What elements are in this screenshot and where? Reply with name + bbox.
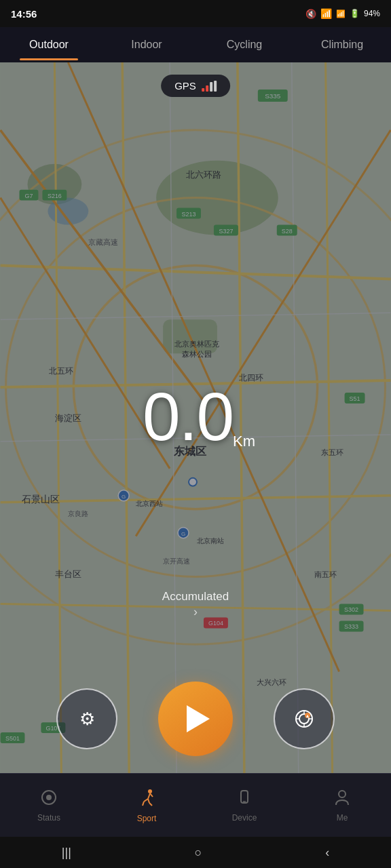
android-nav-bar: ||| ○ ‹ <box>0 837 391 868</box>
distance-container: 0.0 Km <box>143 382 248 450</box>
nav-label-me: Me <box>337 813 348 823</box>
gps-bar-1 <box>202 88 204 92</box>
nav-label-device: Device <box>232 813 257 823</box>
svg-point-89 <box>339 791 346 797</box>
play-icon <box>187 705 210 732</box>
status-bar: 14:56 🔇 📶 📶 🔋 94% <box>0 0 391 27</box>
svg-line-81 <box>148 793 150 799</box>
tab-cycling[interactable]: Cycling <box>196 29 293 60</box>
accumulated-container[interactable]: Accumulated › <box>162 590 229 619</box>
me-nav-icon <box>333 789 351 810</box>
settings-button[interactable]: ⚙ <box>56 688 117 749</box>
svg-line-85 <box>143 802 144 806</box>
nav-item-device[interactable]: Device <box>196 783 293 828</box>
svg-line-84 <box>150 793 153 797</box>
mute-icon: 🔇 <box>305 9 316 19</box>
svg-line-83 <box>148 799 149 803</box>
signal-icon: 📶 <box>336 9 346 18</box>
target-button[interactable]: ▲ <box>274 688 335 749</box>
sport-nav-icon <box>137 788 156 811</box>
android-back-button[interactable]: ‹ <box>325 846 329 860</box>
nav-label-sport: Sport <box>137 814 157 823</box>
accumulated-chevron: › <box>162 605 229 619</box>
battery-pct: 94% <box>364 9 380 18</box>
svg-line-86 <box>149 803 152 806</box>
battery-icon: 🔋 <box>350 9 360 18</box>
distance-row: 0.0 Km <box>143 382 248 450</box>
gear-icon: ⚙ <box>79 709 95 730</box>
wifi-icon: 📶 <box>320 8 332 19</box>
nav-item-me[interactable]: Me <box>293 783 391 828</box>
status-nav-icon <box>40 789 58 810</box>
status-time: 14:56 <box>11 8 37 20</box>
gps-bar-4 <box>214 81 217 92</box>
gps-badge: GPS <box>161 75 230 97</box>
gps-bar-3 <box>210 82 212 92</box>
distance-value: 0.0 <box>143 382 233 450</box>
gps-label: GPS <box>174 80 196 92</box>
nav-item-sport[interactable]: Sport <box>98 783 196 829</box>
svg-line-82 <box>144 799 148 802</box>
gps-signal-bars <box>202 81 217 92</box>
nav-label-status: Status <box>37 813 60 823</box>
accumulated-label: Accumulated <box>162 590 229 604</box>
svg-point-80 <box>148 789 152 793</box>
android-home-button[interactable]: ○ <box>195 846 202 860</box>
tab-climbing[interactable]: Climbing <box>293 29 391 60</box>
android-menu-button[interactable]: ||| <box>62 846 71 860</box>
tab-outdoor[interactable]: Outdoor <box>0 29 98 60</box>
controls-container: ⚙ ▲ <box>0 682 391 756</box>
play-button[interactable] <box>158 682 233 756</box>
bottom-nav: Status Sport Device <box>0 773 391 837</box>
svg-point-79 <box>46 795 52 800</box>
nav-item-status[interactable]: Status <box>0 783 98 828</box>
tab-bar: Outdoor Indoor Cycling Climbing <box>0 27 391 62</box>
status-icons: 🔇 📶 📶 🔋 94% <box>305 8 380 19</box>
target-icon: ▲ <box>294 709 314 729</box>
device-nav-icon <box>236 789 253 810</box>
svg-text:▲: ▲ <box>305 713 310 718</box>
tab-indoor[interactable]: Indoor <box>98 29 196 60</box>
gps-bar-2 <box>206 85 208 92</box>
distance-unit: Km <box>233 433 255 450</box>
